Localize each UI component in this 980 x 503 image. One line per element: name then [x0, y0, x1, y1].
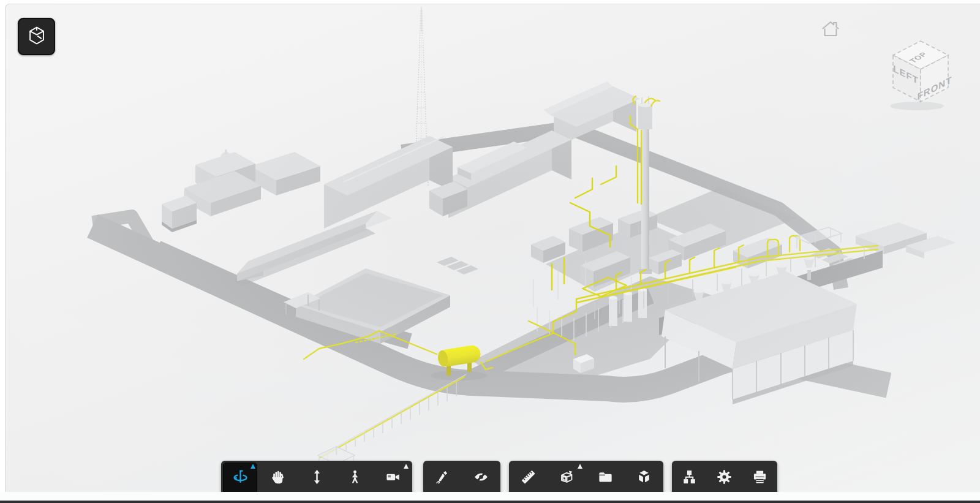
site-model[interactable]: [6, 4, 980, 493]
measure-button[interactable]: [509, 461, 548, 493]
folder-icon: [597, 469, 614, 488]
building-slabs-far-right[interactable]: [856, 222, 956, 259]
explode-model-icon: [636, 469, 652, 488]
home-button[interactable]: [821, 20, 840, 37]
toolbar-group-navigation: [221, 461, 412, 493]
building-gable-east-b[interactable]: [733, 238, 782, 268]
pipeline-southwest[interactable]: [318, 374, 466, 471]
home-icon: [821, 29, 840, 39]
viewcube[interactable]: TOP LEFT FRONT: [885, 37, 956, 112]
camera-button[interactable]: [374, 461, 412, 493]
section-button[interactable]: [548, 461, 586, 493]
building-gable-large[interactable]: [324, 136, 467, 229]
ruler-icon: [520, 469, 537, 488]
dropdown-triangle-icon: [404, 464, 409, 469]
toolbar-group-model: [509, 461, 663, 493]
explode-button[interactable]: [625, 461, 663, 493]
vertical-arrows-icon: [309, 469, 325, 488]
model-structure-button[interactable]: [672, 461, 707, 493]
viewer-canvas[interactable]: TOP LEFT FRONT: [5, 4, 980, 493]
settings-button[interactable]: [707, 461, 742, 493]
window-bottom-bar: [0, 501, 980, 503]
dropdown-triangle-icon: [251, 464, 255, 469]
printer-icon: [752, 469, 768, 488]
print-button[interactable]: [742, 461, 777, 493]
cube-outline-icon: [26, 24, 48, 50]
content-button[interactable]: [586, 461, 625, 493]
window-bottom-strip: [0, 492, 980, 501]
hide-button[interactable]: [462, 461, 500, 493]
orbit-icon: [232, 469, 249, 488]
building-slab[interactable]: [251, 152, 320, 195]
building-shed-small[interactable]: [162, 195, 197, 232]
toolbar-group-app: [672, 461, 777, 493]
toolbar-group-markup: [423, 461, 500, 493]
section-box-icon: [559, 469, 575, 488]
walk-button[interactable]: [336, 461, 374, 493]
orbit-button[interactable]: [221, 461, 259, 493]
pan-button[interactable]: [259, 461, 297, 493]
person-icon: [347, 469, 363, 488]
dropdown-triangle-icon: [578, 464, 582, 469]
hand-icon: [270, 469, 287, 488]
model-browser-button[interactable]: [18, 18, 55, 55]
hierarchy-icon: [681, 469, 698, 488]
gear-icon: [716, 469, 733, 488]
video-camera-icon: [385, 469, 401, 488]
pencil-icon: [434, 469, 451, 488]
markup-button[interactable]: [423, 461, 462, 493]
eye-slash-icon: [473, 469, 489, 488]
zoom-button[interactable]: [298, 461, 336, 493]
